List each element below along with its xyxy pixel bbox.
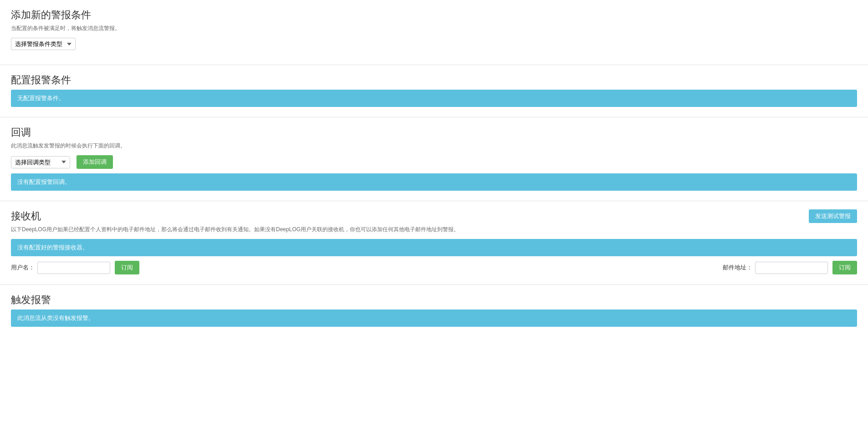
config-condition-section: 配置报警条件 无配置报警条件。 <box>0 65 868 117</box>
config-condition-title: 配置报警条件 <box>11 73 857 87</box>
no-callback-bar: 没有配置报警回调。 <box>11 173 857 191</box>
add-callback-button[interactable]: 添加回调 <box>77 155 113 169</box>
email-subscribe-button[interactable]: 订阅 <box>832 261 857 274</box>
send-test-alert-button[interactable]: 发送测试警报 <box>809 209 857 223</box>
add-condition-section: 添加新的警报条件 当配置的条件被满足时，将触发消息流警报。 选择警报条件类型 <box>0 0 868 65</box>
no-config-condition-bar: 无配置报警条件。 <box>11 90 857 107</box>
callback-section: 回调 此消息流触发发警报的时候会执行下面的回调。 选择回调类型 添加回调 没有配… <box>0 117 868 201</box>
receiver-section: 发送测试警报 接收机 以下DeepLOG用户如果已经配置个人资料中的电子邮件地址… <box>0 201 868 285</box>
email-field-group: 邮件地址： 订阅 <box>723 261 857 274</box>
trigger-title: 触发报警 <box>11 293 857 307</box>
subscribe-row: 用户名： 订阅 邮件地址： 订阅 <box>11 261 857 274</box>
callback-title: 回调 <box>11 126 857 139</box>
condition-type-select[interactable]: 选择警报条件类型 <box>11 38 76 50</box>
receiver-title: 接收机 <box>11 209 857 223</box>
username-label: 用户名： <box>11 264 35 272</box>
no-trigger-bar: 此消息流从类没有触发报警。 <box>11 309 857 327</box>
username-subscribe-button[interactable]: 订阅 <box>115 261 139 274</box>
username-input[interactable] <box>37 262 110 274</box>
no-receiver-bar: 没有配置好的警报接收器。 <box>11 239 857 256</box>
callback-type-select[interactable]: 选择回调类型 <box>11 156 70 168</box>
receiver-desc: 以下DeepLOG用户如果已经配置个人资料中的电子邮件地址，那么将会通过电子邮件… <box>11 226 857 233</box>
add-condition-desc: 当配置的条件被满足时，将触发消息流警报。 <box>11 25 857 32</box>
trigger-section: 触发报警 此消息流从类没有触发报警。 <box>0 285 868 337</box>
add-condition-title: 添加新的警报条件 <box>11 8 857 22</box>
username-field-group: 用户名： 订阅 <box>11 261 139 274</box>
email-input[interactable] <box>755 262 828 274</box>
callback-desc: 此消息流触发发警报的时候会执行下面的回调。 <box>11 142 857 150</box>
email-label: 邮件地址： <box>723 264 752 272</box>
